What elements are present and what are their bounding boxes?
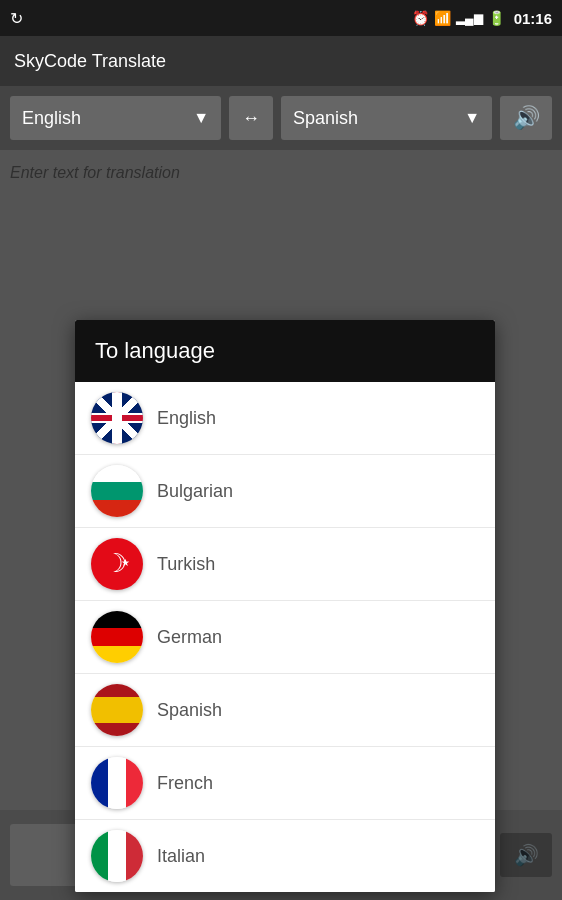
flag-spanish	[91, 684, 143, 736]
flag-italian	[91, 830, 143, 882]
language-name-bulgarian: Bulgarian	[157, 481, 233, 502]
language-item-bulgarian[interactable]: Bulgarian	[75, 455, 495, 528]
flag-french	[91, 757, 143, 809]
flag-turkish: ☽ ★	[91, 538, 143, 590]
language-name-german: German	[157, 627, 222, 648]
language-list: English Bulgarian ☽ ★ Turkish	[75, 382, 495, 892]
swap-languages-button[interactable]: ↔	[229, 96, 273, 140]
status-bar: ↻ ⏰ 📶 ▂▄▆ 🔋 01:16	[0, 0, 562, 36]
language-item-german[interactable]: German	[75, 601, 495, 674]
status-time: 01:16	[514, 10, 552, 27]
wifi-icon: 📶	[434, 10, 451, 26]
modal-header: To language	[75, 320, 495, 382]
flag-german	[91, 611, 143, 663]
language-name-spanish: Spanish	[157, 700, 222, 721]
status-refresh-icon: ↻	[10, 9, 23, 28]
language-item-english[interactable]: English	[75, 382, 495, 455]
flag-english	[91, 392, 143, 444]
language-item-turkish[interactable]: ☽ ★ Turkish	[75, 528, 495, 601]
from-language-label: English	[22, 108, 81, 129]
language-dropdown-modal: To language English Bulgarian	[75, 320, 495, 892]
language-item-spanish[interactable]: Spanish	[75, 674, 495, 747]
language-name-turkish: Turkish	[157, 554, 215, 575]
swap-icon: ↔	[242, 108, 260, 129]
language-item-italian[interactable]: Italian	[75, 820, 495, 892]
to-language-selector[interactable]: Spanish ▼	[281, 96, 492, 140]
from-language-selector[interactable]: English ▼	[10, 96, 221, 140]
flag-bulgarian	[91, 465, 143, 517]
app-title: SkyCode Translate	[14, 51, 166, 72]
battery-icon: 🔋	[488, 10, 505, 26]
app-bar: SkyCode Translate	[0, 36, 562, 86]
signal-icon: ▂▄▆	[456, 11, 483, 25]
to-language-label: Spanish	[293, 108, 358, 129]
status-icons: ⏰ 📶 ▂▄▆ 🔋 01:16	[412, 10, 552, 27]
speaker-button-top[interactable]: 🔊	[500, 96, 552, 140]
modal-title: To language	[95, 338, 215, 363]
language-name-french: French	[157, 773, 213, 794]
alarm-icon: ⏰	[412, 10, 429, 26]
toolbar: English ▼ ↔ Spanish ▼ 🔊	[0, 86, 562, 150]
main-content-area: Enter text for translation To language E…	[0, 150, 562, 900]
language-name-english: English	[157, 408, 216, 429]
language-name-italian: Italian	[157, 846, 205, 867]
to-language-arrow: ▼	[464, 109, 480, 127]
speaker-icon-top: 🔊	[513, 105, 540, 131]
from-language-arrow: ▼	[193, 109, 209, 127]
language-item-french[interactable]: French	[75, 747, 495, 820]
